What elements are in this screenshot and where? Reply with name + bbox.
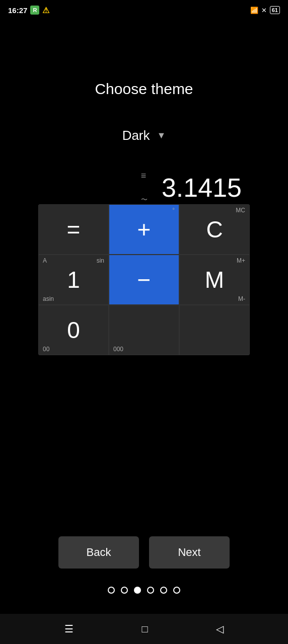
back-button[interactable]: Back: [58, 536, 139, 569]
theme-dropdown[interactable]: Dark ▼: [122, 128, 166, 143]
dot-5: [160, 587, 167, 594]
calc-key-clear[interactable]: MC C: [179, 204, 250, 255]
calc-key-000[interactable]: 000: [109, 305, 179, 355]
main-content: Choose theme Dark ▼ ≡ 3.1415 〜 = ° + MC …: [0, 20, 288, 355]
bottom-buttons: Back Next: [0, 536, 288, 569]
battery-icon: 61: [270, 6, 280, 14]
calculator-preview: ≡ 3.1415 〜 = ° + MC C A sin asin 1: [38, 169, 250, 355]
calc-key-zero[interactable]: 00 0: [38, 305, 109, 355]
system-nav-home[interactable]: □: [141, 623, 148, 635]
calc-key-plus[interactable]: ° +: [109, 204, 179, 255]
calc-key-equals[interactable]: =: [38, 204, 109, 255]
dot-2: [121, 587, 128, 594]
status-icon-warning: ⚠: [42, 6, 49, 15]
calc-key-empty: [179, 305, 250, 355]
dot-1: [108, 587, 115, 594]
calc-keypad: = ° + MC C A sin asin 1 − M+ M-: [38, 204, 250, 355]
x-icon: ✕: [261, 7, 267, 14]
calc-key-minus[interactable]: −: [109, 255, 179, 305]
status-left: 16:27 R ⚠: [8, 6, 49, 15]
calc-menu-icon: ≡: [141, 171, 148, 181]
chevron-down-icon: ▼: [157, 130, 166, 141]
page-dots: [0, 587, 288, 594]
system-nav-back[interactable]: ◁: [216, 623, 224, 635]
dot-4: [147, 587, 154, 594]
status-time: 16:27: [8, 6, 27, 15]
calc-display-value: 3.1415: [162, 173, 242, 202]
calc-key-memory[interactable]: M+ M- M: [179, 255, 250, 305]
calc-key-one[interactable]: A sin asin 1: [38, 255, 109, 305]
dot-3-active: [134, 587, 141, 594]
page-title: Choose theme: [95, 80, 193, 98]
dot-6: [173, 587, 180, 594]
system-nav-menu[interactable]: ☰: [64, 623, 74, 635]
status-bar: 16:27 R ⚠ 📶 ✕ 61: [0, 0, 288, 20]
system-nav: ☰ □ ◁: [0, 614, 288, 644]
calc-graph-icon: 〜: [141, 195, 148, 204]
wifi-icon: 📶: [250, 7, 258, 14]
next-button[interactable]: Next: [149, 536, 230, 569]
calc-display: ≡ 3.1415 〜: [38, 169, 250, 204]
status-right: 📶 ✕ 61: [250, 6, 280, 14]
theme-selected-label: Dark: [122, 128, 150, 143]
status-icon-green: R: [30, 6, 39, 15]
